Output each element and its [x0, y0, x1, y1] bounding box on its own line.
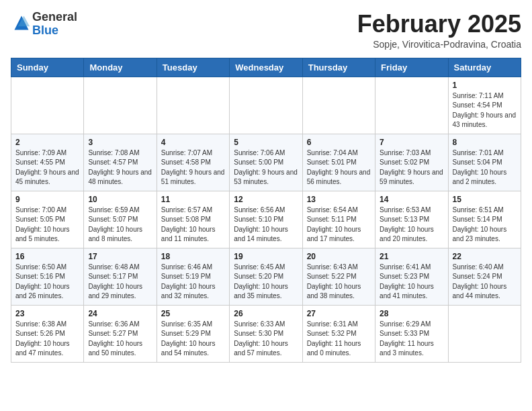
day-number: 14	[380, 195, 443, 204]
day-number: 9	[15, 195, 79, 204]
day-number: 6	[307, 138, 371, 147]
day-info: Sunrise: 6:38 AM Sunset: 5:26 PM Dayligh…	[15, 320, 79, 359]
calendar-cell	[302, 77, 375, 134]
weekday-header-friday: Friday	[375, 58, 448, 77]
day-number: 20	[307, 252, 371, 261]
day-info: Sunrise: 6:46 AM Sunset: 5:19 PM Dayligh…	[161, 263, 225, 302]
calendar-cell: 18Sunrise: 6:46 AM Sunset: 5:19 PM Dayli…	[157, 248, 229, 305]
day-number: 3	[88, 138, 152, 147]
day-number: 19	[234, 252, 298, 261]
day-number: 18	[161, 252, 225, 261]
calendar-cell: 4Sunrise: 7:07 AM Sunset: 4:58 PM Daylig…	[157, 134, 229, 191]
calendar-cell: 26Sunrise: 6:33 AM Sunset: 5:30 PM Dayli…	[230, 305, 302, 362]
day-info: Sunrise: 6:35 AM Sunset: 5:29 PM Dayligh…	[161, 320, 225, 359]
logo-general-text: General	[32, 10, 77, 24]
logo-icon	[12, 13, 31, 32]
day-number: 12	[234, 195, 298, 204]
calendar-cell: 2Sunrise: 7:09 AM Sunset: 4:55 PM Daylig…	[11, 134, 84, 191]
weekday-header-monday: Monday	[84, 58, 157, 77]
day-number: 25	[161, 309, 225, 318]
day-number: 28	[380, 309, 443, 318]
calendar-week-row: 16Sunrise: 6:50 AM Sunset: 5:16 PM Dayli…	[11, 248, 521, 305]
day-info: Sunrise: 6:51 AM Sunset: 5:14 PM Dayligh…	[453, 205, 517, 244]
calendar-table: SundayMondayTuesdayWednesdayThursdayFrid…	[11, 58, 521, 363]
day-info: Sunrise: 7:09 AM Sunset: 4:55 PM Dayligh…	[15, 148, 79, 187]
calendar-cell: 25Sunrise: 6:35 AM Sunset: 5:29 PM Dayli…	[157, 305, 229, 362]
calendar-body: 1Sunrise: 7:11 AM Sunset: 4:54 PM Daylig…	[11, 77, 521, 362]
day-info: Sunrise: 7:03 AM Sunset: 5:02 PM Dayligh…	[380, 148, 443, 187]
day-number: 26	[234, 309, 298, 318]
calendar-cell	[448, 305, 521, 362]
calendar-header: SundayMondayTuesdayWednesdayThursdayFrid…	[11, 58, 521, 77]
day-info: Sunrise: 6:29 AM Sunset: 5:33 PM Dayligh…	[380, 320, 443, 359]
calendar-cell: 6Sunrise: 7:04 AM Sunset: 5:01 PM Daylig…	[302, 134, 375, 191]
day-info: Sunrise: 6:53 AM Sunset: 5:13 PM Dayligh…	[380, 205, 443, 244]
day-info: Sunrise: 6:33 AM Sunset: 5:30 PM Dayligh…	[234, 320, 298, 359]
day-info: Sunrise: 7:04 AM Sunset: 5:01 PM Dayligh…	[307, 148, 371, 187]
day-number: 24	[88, 309, 152, 318]
day-number: 5	[234, 138, 298, 147]
weekday-header-row: SundayMondayTuesdayWednesdayThursdayFrid…	[11, 58, 521, 77]
calendar-cell: 16Sunrise: 6:50 AM Sunset: 5:16 PM Dayli…	[11, 248, 84, 305]
calendar-cell: 19Sunrise: 6:45 AM Sunset: 5:20 PM Dayli…	[230, 248, 302, 305]
weekday-header-tuesday: Tuesday	[157, 58, 229, 77]
calendar-cell: 5Sunrise: 7:06 AM Sunset: 5:00 PM Daylig…	[230, 134, 302, 191]
calendar-cell: 12Sunrise: 6:56 AM Sunset: 5:10 PM Dayli…	[230, 191, 302, 248]
day-number: 11	[161, 195, 225, 204]
weekday-header-thursday: Thursday	[302, 58, 375, 77]
calendar-cell: 23Sunrise: 6:38 AM Sunset: 5:26 PM Dayli…	[11, 305, 84, 362]
day-info: Sunrise: 7:00 AM Sunset: 5:05 PM Dayligh…	[15, 205, 79, 244]
calendar-cell: 27Sunrise: 6:31 AM Sunset: 5:32 PM Dayli…	[302, 305, 375, 362]
day-number: 21	[380, 252, 443, 261]
calendar-week-row: 9Sunrise: 7:00 AM Sunset: 5:05 PM Daylig…	[11, 191, 521, 248]
calendar-cell	[157, 77, 229, 134]
day-number: 4	[161, 138, 225, 147]
day-info: Sunrise: 6:54 AM Sunset: 5:11 PM Dayligh…	[307, 205, 371, 244]
day-info: Sunrise: 6:36 AM Sunset: 5:27 PM Dayligh…	[88, 320, 152, 359]
title-block: February 2025 Sopje, Virovitica-Podravin…	[357, 11, 521, 50]
calendar-cell	[11, 77, 84, 134]
calendar-cell: 10Sunrise: 6:59 AM Sunset: 5:07 PM Dayli…	[84, 191, 157, 248]
day-number: 17	[88, 252, 152, 261]
calendar-cell: 28Sunrise: 6:29 AM Sunset: 5:33 PM Dayli…	[375, 305, 448, 362]
day-number: 23	[15, 309, 79, 318]
day-info: Sunrise: 7:01 AM Sunset: 5:04 PM Dayligh…	[453, 148, 517, 187]
logo-blue-text: Blue	[32, 24, 58, 37]
day-info: Sunrise: 7:08 AM Sunset: 4:57 PM Dayligh…	[88, 148, 152, 187]
day-info: Sunrise: 6:31 AM Sunset: 5:32 PM Dayligh…	[307, 320, 371, 359]
month-title: February 2025	[357, 11, 521, 38]
calendar-cell: 17Sunrise: 6:48 AM Sunset: 5:17 PM Dayli…	[84, 248, 157, 305]
calendar-week-row: 23Sunrise: 6:38 AM Sunset: 5:26 PM Dayli…	[11, 305, 521, 362]
calendar-cell: 14Sunrise: 6:53 AM Sunset: 5:13 PM Dayli…	[375, 191, 448, 248]
day-number: 10	[88, 195, 152, 204]
weekday-header-wednesday: Wednesday	[230, 58, 302, 77]
day-number: 27	[307, 309, 371, 318]
day-info: Sunrise: 6:57 AM Sunset: 5:08 PM Dayligh…	[161, 205, 225, 244]
weekday-header-sunday: Sunday	[11, 58, 84, 77]
day-info: Sunrise: 7:11 AM Sunset: 4:54 PM Dayligh…	[453, 91, 517, 130]
day-info: Sunrise: 6:41 AM Sunset: 5:23 PM Dayligh…	[380, 263, 443, 302]
day-number: 22	[453, 252, 517, 261]
day-number: 13	[307, 195, 371, 204]
day-info: Sunrise: 6:40 AM Sunset: 5:24 PM Dayligh…	[453, 263, 517, 302]
day-number: 1	[453, 81, 517, 90]
calendar-cell: 22Sunrise: 6:40 AM Sunset: 5:24 PM Dayli…	[448, 248, 521, 305]
calendar-cell	[375, 77, 448, 134]
calendar-cell: 13Sunrise: 6:54 AM Sunset: 5:11 PM Dayli…	[302, 191, 375, 248]
calendar-cell: 3Sunrise: 7:08 AM Sunset: 4:57 PM Daylig…	[84, 134, 157, 191]
day-info: Sunrise: 7:07 AM Sunset: 4:58 PM Dayligh…	[161, 148, 225, 187]
day-info: Sunrise: 6:48 AM Sunset: 5:17 PM Dayligh…	[88, 263, 152, 302]
location-text: Sopje, Virovitica-Podravina, Croatia	[357, 39, 521, 50]
logo: General Blue	[11, 11, 77, 38]
calendar-cell: 21Sunrise: 6:41 AM Sunset: 5:23 PM Dayli…	[375, 248, 448, 305]
calendar-cell: 15Sunrise: 6:51 AM Sunset: 5:14 PM Dayli…	[448, 191, 521, 248]
calendar-cell: 20Sunrise: 6:43 AM Sunset: 5:22 PM Dayli…	[302, 248, 375, 305]
weekday-header-saturday: Saturday	[448, 58, 521, 77]
day-number: 16	[15, 252, 79, 261]
calendar-cell	[84, 77, 157, 134]
calendar-week-row: 1Sunrise: 7:11 AM Sunset: 4:54 PM Daylig…	[11, 77, 521, 134]
day-info: Sunrise: 7:06 AM Sunset: 5:00 PM Dayligh…	[234, 148, 298, 187]
page-header: General Blue February 2025 Sopje, Virovi…	[11, 11, 521, 50]
day-number: 2	[15, 138, 79, 147]
day-info: Sunrise: 6:43 AM Sunset: 5:22 PM Dayligh…	[307, 263, 371, 302]
